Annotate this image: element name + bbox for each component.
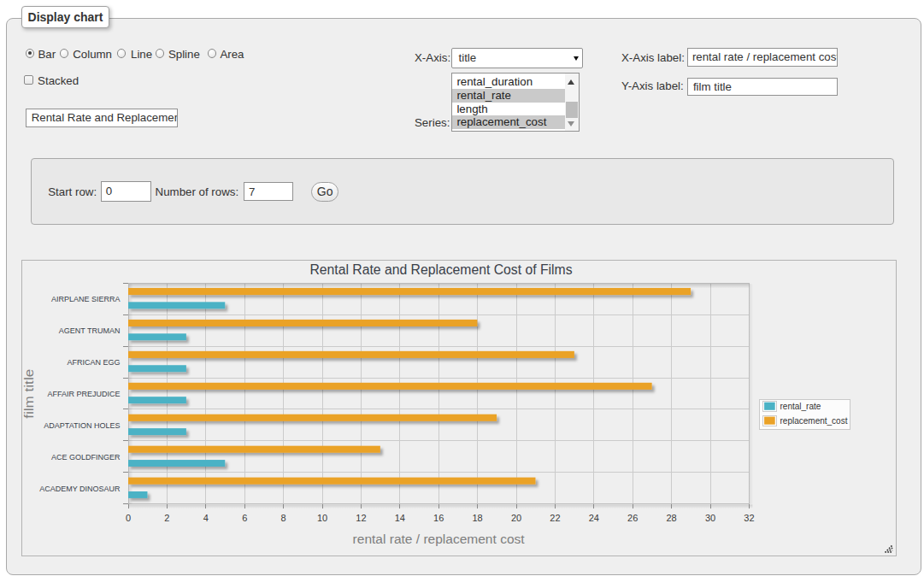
svg-text:12: 12 <box>356 513 366 523</box>
svg-text:replacement_cost: replacement_cost <box>780 416 848 426</box>
svg-text:30: 30 <box>705 513 715 523</box>
svg-text:ACADEMY DINOSAUR: ACADEMY DINOSAUR <box>39 485 121 493</box>
svg-text:ADAPTATION HOLES: ADAPTATION HOLES <box>44 421 120 430</box>
svg-text:4: 4 <box>203 513 209 523</box>
svg-text:18: 18 <box>472 513 482 523</box>
svg-text:8: 8 <box>281 513 286 523</box>
svg-text:0: 0 <box>126 513 131 523</box>
svg-text:22: 22 <box>550 513 560 523</box>
svg-text:6: 6 <box>242 513 247 523</box>
svg-text:24: 24 <box>589 513 599 523</box>
svg-text:rental rate / replacement cost: rental rate / replacement cost <box>353 532 525 546</box>
svg-text:AFRICAN EGG: AFRICAN EGG <box>67 358 120 367</box>
svg-text:AFFAIR PREJUDICE: AFFAIR PREJUDICE <box>47 390 120 398</box>
svg-text:AGENT TRUMAN: AGENT TRUMAN <box>59 326 121 335</box>
svg-text:AIRPLANE SIERRA: AIRPLANE SIERRA <box>51 295 121 303</box>
svg-text:16: 16 <box>433 513 444 523</box>
svg-text:Rental Rate and Replacement Co: Rental Rate and Replacement Cost of Film… <box>310 262 573 277</box>
svg-text:28: 28 <box>666 513 676 523</box>
svg-text:film title: film title <box>22 369 36 419</box>
svg-text:rental_rate: rental_rate <box>780 402 821 411</box>
svg-text:ACE GOLDFINGER: ACE GOLDFINGER <box>51 453 121 461</box>
svg-text:10: 10 <box>317 513 327 523</box>
svg-text:20: 20 <box>511 513 521 523</box>
svg-text:2: 2 <box>164 513 169 523</box>
svg-text:26: 26 <box>627 513 638 523</box>
svg-text:14: 14 <box>395 513 405 523</box>
svg-text:32: 32 <box>744 513 754 523</box>
